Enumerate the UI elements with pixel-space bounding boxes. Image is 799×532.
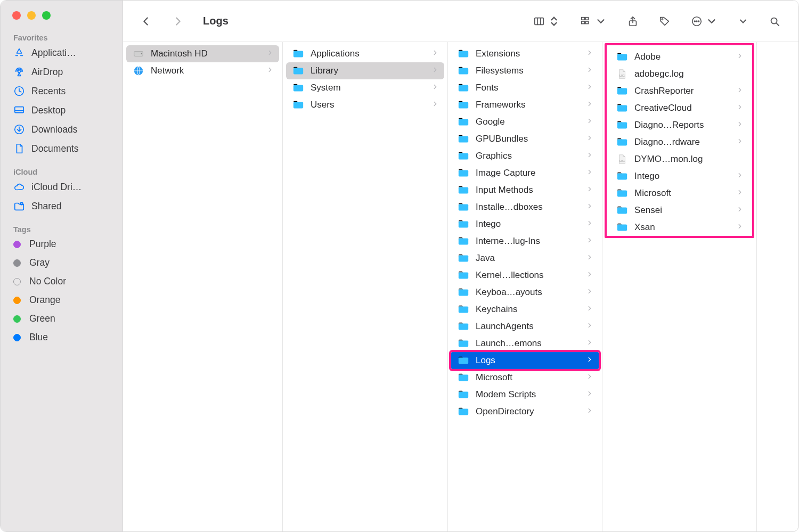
sidebar-tag-green[interactable]: Green [5,309,118,328]
browser-row[interactable]: DYMO…mon.log [610,151,749,168]
browser-row[interactable]: Installe…dboxes [451,199,599,216]
browser-row[interactable]: Interne…lug-Ins [451,233,599,250]
search-button[interactable] [761,12,788,30]
folder-icon [616,136,628,148]
sidebar-item-download[interactable]: Downloads [5,120,118,139]
browser-row[interactable]: Users [286,96,444,113]
browser-row[interactable]: Macintosh HD [126,45,279,62]
sidebar-item-label: iCloud Dri… [31,182,81,193]
nav-back-button[interactable] [133,12,159,30]
browser-row[interactable]: adobegc.log [610,66,749,83]
browser-row[interactable]: Graphics [451,148,599,165]
browser-row[interactable]: Xsan [610,219,749,236]
chevron-right-icon [586,100,593,110]
folder-icon [458,133,469,145]
file-icon [616,153,628,165]
browser-row[interactable]: CreativeCloud [610,100,749,117]
chevron-right-icon [586,287,593,298]
sidebar-item-label: Downloads [31,124,78,135]
browser-row[interactable]: CrashReporter [610,83,749,100]
column-4: Adobeadobegc.logCrashReporterCreativeClo… [602,42,757,531]
browser-row[interactable]: Modem Scripts [451,386,599,403]
sidebar-tag-gray[interactable]: Gray [5,253,118,272]
sidebar: Favorites Applicati…AirDropRecentsDeskto… [1,1,123,531]
browser-row[interactable]: Applications [286,45,444,62]
chevron-right-icon [586,355,593,366]
chevron-right-icon [266,66,274,76]
chevron-right-icon [736,103,744,113]
tag-dot-icon [13,297,21,304]
browser-row[interactable]: Adobe [610,48,749,66]
chevron-left-icon [140,15,152,27]
sidebar-item-airdrop[interactable]: AirDrop [5,62,118,81]
browser-row[interactable]: Intego [451,216,599,233]
browser-row[interactable]: Filesystems [451,62,599,79]
sidebar-item-clock[interactable]: Recents [5,81,118,101]
column-1: Macintosh HDNetwork [123,42,283,531]
share-button[interactable] [619,12,646,30]
folder-icon [292,48,304,60]
globe-icon [133,65,144,77]
browser-row[interactable]: Image Capture [451,165,599,182]
browser-row[interactable]: Input Methods [451,182,599,199]
browser-row[interactable]: Intego [610,168,749,185]
sidebar-item-label: Documents [31,143,79,154]
file-icon [616,68,628,80]
chevron-right-icon [586,270,593,281]
group-mode-button[interactable] [573,12,614,30]
row-label: Graphics [476,151,580,161]
sidebar-item-shared[interactable]: Shared [5,197,118,216]
browser-row[interactable]: Logs [451,352,599,369]
fullscreen-window-button[interactable] [42,11,51,20]
browser-row[interactable]: Extensions [451,45,599,62]
row-label: Modem Scripts [476,389,580,400]
row-label: Library [311,66,425,76]
browser-row[interactable]: Network [126,62,279,79]
view-mode-button[interactable] [526,12,567,30]
minimize-window-button[interactable] [27,11,36,20]
overflow-button[interactable] [730,13,756,30]
tags-button[interactable] [651,12,678,30]
browser-row[interactable]: Launch…emons [451,335,599,352]
browser-row[interactable]: Java [451,250,599,267]
svg-point-20 [696,21,697,22]
sidebar-item-doc[interactable]: Documents [5,139,118,158]
browser-row[interactable]: Library [286,62,444,79]
row-label: Microsoft [476,372,580,383]
hd-icon [133,48,144,60]
browser-row[interactable]: Diagno…rdware [610,134,749,151]
browser-row[interactable]: Diagno…Reports [610,117,749,134]
sidebar-tag-no-color[interactable]: No Color [5,272,118,291]
browser-row[interactable]: OpenDirectory [451,403,599,420]
sidebar-tag-orange[interactable]: Orange [5,291,118,309]
sidebar-item-appstore[interactable]: Applicati… [5,43,118,62]
browser-row[interactable]: System [286,79,444,96]
close-window-button[interactable] [12,11,21,20]
nav-forward-button[interactable] [165,12,191,30]
toolbar: Logs [123,1,798,42]
browser-row[interactable]: Kernel…llections [451,267,599,284]
actions-button[interactable] [683,12,725,30]
svg-point-21 [698,21,699,22]
browser-row[interactable]: Microsoft [451,369,599,386]
browser-row[interactable]: GPUBundles [451,130,599,148]
sidebar-item-cloud[interactable]: iCloud Dri… [5,177,118,197]
row-label: CrashReporter [634,86,730,96]
browser-row[interactable]: Fonts [451,79,599,96]
folder-icon [458,338,469,349]
chevron-right-icon [431,66,439,76]
folder-icon [292,82,304,94]
sidebar-tag-blue[interactable]: Blue [5,328,118,347]
browser-row[interactable]: Frameworks [451,96,599,113]
browser-row[interactable]: Google [451,113,599,130]
browser-row[interactable]: Sensei [610,202,749,219]
browser-row[interactable]: Keychains [451,301,599,318]
sidebar-item-desktop[interactable]: Desktop [5,101,118,120]
browser-row[interactable]: LaunchAgents [451,318,599,335]
sidebar-tag-purple[interactable]: Purple [5,235,118,253]
browser-row[interactable]: Microsoft [610,185,749,202]
browser-row[interactable]: Keyboa…ayouts [451,284,599,301]
folder-icon [458,184,469,196]
chevron-right-icon [266,48,274,59]
tag-dot-icon [13,315,21,323]
